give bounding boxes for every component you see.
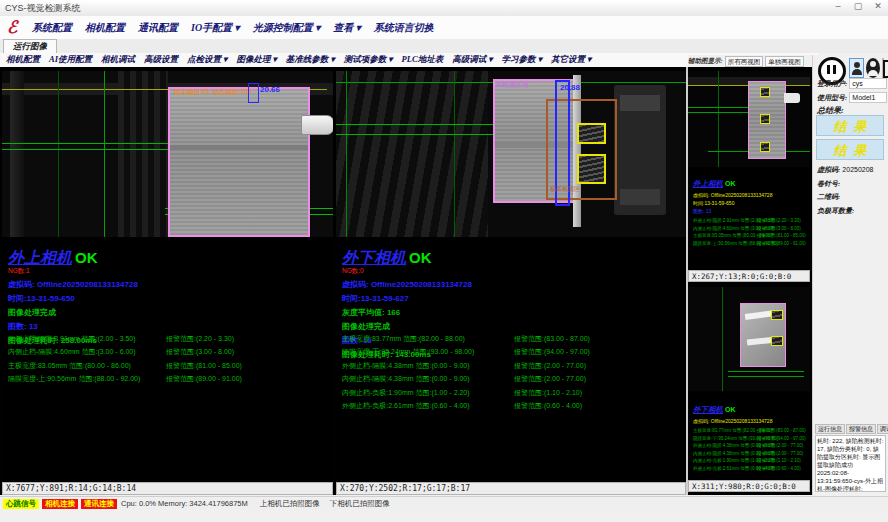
aux-tab-single-view[interactable]: 单独画视图 [765,56,804,67]
measurement-value: 外侧止档-负极:2.61mm 范围:(0.60 - 4.00) [342,401,514,411]
menu-item[interactable]: 相机配置 [85,21,125,35]
capture-time: 时间:13-31-59-627 [342,293,472,304]
app-window: CYS-视觉检测系统 – ▢ ✕ ℰ 系统配置相机配置通讯配置IO手配置 ▾光源… [0,0,888,522]
model-row: 使用型号: Model1 [817,92,887,103]
measurement-value: 内侧止档-隔膜:4.60mm 范围:(3.00 - 6.00) [8,347,166,357]
left-measurement-rows: 外侧止档-隔膜:2.91mm 范围:(2.00 - 3.50) 报警范围:(2.… [8,332,331,386]
status-badge: 心跳信号 [3,499,39,509]
virtual-code-label: 虚拟码: [817,166,840,174]
alarm-range: 报警范围:(0.60 - 4.00) [757,466,801,471]
toolbar-item[interactable]: AI使用配置 [49,54,92,66]
virtual-code: 虚拟码: Offline20250208133134728 [342,279,472,290]
camera-name: 外上相机 [693,179,723,188]
left-camera-image[interactable]: 固定阈值:93, 动态阈值:100 20.66 [2,71,333,237]
reference-line-green-v [454,71,455,237]
user-dark-icon [866,58,880,78]
toolbar-item[interactable]: 学习参数 ▾ [502,54,542,66]
frame-count: 图数: 13 [693,208,806,214]
toolbar-item[interactable]: 其它设置 ▾ [551,54,591,66]
toolbar-item[interactable]: 点检设置 ▾ [187,54,227,66]
aux-top-result-text: 外上相机OK 虚拟码: Offline20250208133134728 时间:… [693,172,806,247]
aux-view-bottom: 外下相机OK 虚拟码: Offline20250208133134728 主极宽… [688,286,810,492]
close-button[interactable]: ✕ [872,1,884,11]
virtual-code: 虚拟码: Offline20250208133134728 [693,418,806,424]
process-status: 图像处理完成 [8,307,138,318]
toolbar-item[interactable]: 高级调试 ▾ [452,54,492,66]
measurement-row: 内侧止档-隔膜:4.60mm 范围:(3.00 - 6.00) 报警范围:(3.… [8,346,331,360]
alarm-range: 报警范围:(3.00 - 8.00) [166,347,234,357]
measurement-value: 外侧止档-隔膜:4.38mm 范围:(0.00 - 9.00) [693,443,757,448]
aux-view-top-image[interactable] [688,71,810,167]
alarm-range: 报警范围:(89.00 - 91.00) [166,374,242,384]
exit-button[interactable] [881,58,888,78]
aux-view-bottom-image[interactable] [688,287,810,391]
menu-item[interactable]: 系统配置 [32,21,72,35]
alarm-range: 报警范围:(83.00 - 87.00) [757,428,806,433]
log-tab[interactable]: 运行信息 [815,424,845,434]
negative-tab-count-label: 负极耳数量: [817,206,854,216]
measurement-value: 内侧止档-负极:1.90mm 范围:(1.00 - 2.20) [342,388,514,398]
connector-tab [784,93,800,103]
title-bar: CYS-视觉检测系统 – ▢ ✕ [0,0,888,17]
reference-line-green-v [104,71,105,237]
aux-tab-all-views[interactable]: 所有画视图 [725,56,764,67]
login-user-field[interactable]: cys [849,78,887,89]
log-text-box[interactable]: 耗时: 222, 缺陷检测耗时: 17, 缺陷分类耗时: 0, 缺陷提取分区耗时… [815,435,886,492]
log-tab[interactable]: 调试信息 [877,424,888,434]
minimize-button[interactable]: – [832,1,844,11]
toolbar-item[interactable]: PLC地址表 [402,54,444,66]
alarm-range: 报警范围:(81.00 - 85.00) [757,233,806,238]
aux-bottom-result-text: 外下相机OK 虚拟码: Offline20250208133134728 主极宽… [693,398,806,472]
status-badges: 心跳信号相机连接通讯连接 [3,499,117,509]
right-sidebar: 登录用户: cys 使用型号: Model1 总结果: 结果 结果 虚拟码:20… [812,55,888,495]
measure-value-blue: 20.88 [560,83,580,92]
ai-region-label: AI检测区域 [496,81,528,90]
measurement-value: 内侧止档-隔膜:4.38mm 范围:(0.00 - 9.00) [693,451,757,456]
status-badge: 相机连接 [42,499,78,509]
operator-button[interactable] [866,58,880,78]
toolbar-item[interactable]: 图像处理 ▾ [236,54,276,66]
tab-feature-box [760,87,770,97]
menu-item[interactable]: 光源控制配置 ▾ [253,21,321,35]
menu-item[interactable]: IO手配置 ▾ [191,21,240,35]
model-field[interactable]: Model1 [849,92,887,103]
gray-average: 灰度平均值: 166 [342,307,472,318]
main-image-area: 固定阈值:93, 动态阈值:100 20.66 外上相机OK NG数:1 虚拟码… [0,67,812,495]
log-tab[interactable]: 报警信息 [846,424,876,434]
user-login-button[interactable] [849,58,864,78]
toolbar-item[interactable]: 基准线参数 ▾ [286,54,335,66]
user-icon [850,59,863,77]
middle-camera-image[interactable]: AI检测区域 20.88 极耳检测区 [336,71,686,237]
toolbar-item[interactable]: 高级设置 [144,54,178,66]
model-label: 使用型号: [817,93,847,103]
toolbar-item[interactable]: 测试项参数 ▾ [344,54,393,66]
toolbar-item[interactable]: 相机配置 [6,54,40,66]
tab-feature-box [771,336,783,346]
aux-bottom-coordinate-bar: X:311;Y:980;R:0;G:0;B:0 [688,480,810,492]
measurement-value: 外侧止档-负极:2.61mm 范围:(0.60 - 4.00) [693,466,757,471]
measurement-row: 外侧止档-隔膜:2.91mm 范围:(2.00 - 3.50) 报警范围:(2.… [8,332,331,346]
menu-item[interactable]: 系统语言切换 [374,21,434,35]
measure-line-green [728,376,804,377]
machine-stripe [10,71,24,237]
alarm-range: 报警范围:(94.00 - 97.00) [514,347,590,357]
measurement-value: 隔膜宽度-下:95.24mm 范围:(93.00 - 98.00) [693,436,757,441]
aux-display-label: 辅助图显示: [688,57,723,66]
alarm-range: 报警范围:(2.20 - 3.30) [166,334,234,344]
reference-line-green-v [58,71,59,237]
virtual-code: 虚拟码: Offline20250208133134728 [693,192,806,198]
tab-run-image[interactable]: 运行图像 [3,39,57,53]
measurement-row: 外侧止档-负极:2.61mm 范围:(0.60 - 4.00) 报警范围:(0.… [693,465,806,473]
login-user-row: 登录用户: cys [817,78,887,89]
toolbar-item[interactable]: 相机调试 [101,54,135,66]
measurement-value: 外侧止档-隔膜:2.91mm 范围:(2.00 - 3.50) [8,334,166,344]
threshold-annotation: 固定阈值:93, 动态阈值:100 [174,88,251,97]
maximize-button[interactable]: ▢ [852,1,864,11]
camera-name: 外下相机 [342,249,406,266]
measurement-row: 隔膜宽度-下:95.24mm 范围:(93.00 - 98.00) 报警范围:(… [693,435,806,443]
menu-item[interactable]: 通讯配置 [138,21,178,35]
alarm-range: 报警范围:(0.60 - 4.00) [514,401,582,411]
lower-camera-status: 下相机已拍照图像 [330,499,390,509]
alarm-range: 报警范围:(2.00 - 77.00) [757,443,803,448]
menu-item[interactable]: 查看 ▾ [333,21,361,35]
